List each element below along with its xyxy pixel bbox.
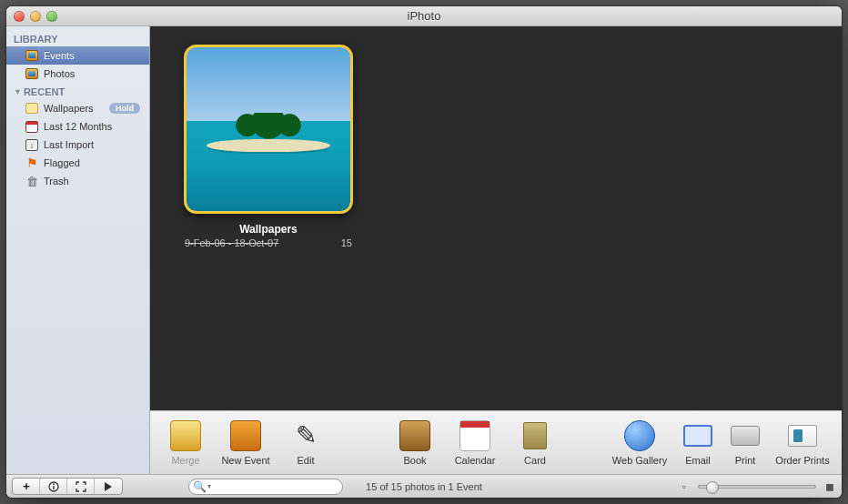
content-area: Wallpapers 9-Feb-06 - 18-Oct-07 15 Merge — [150, 26, 842, 474]
trash-icon: 🗑 — [25, 174, 39, 188]
sidebar-header-label: LIBRARY — [14, 34, 57, 45]
event-title[interactable]: Wallpapers — [177, 223, 359, 236]
calendar-icon — [459, 420, 490, 451]
event-cell[interactable]: Wallpapers 9-Feb-06 - 18-Oct-07 15 — [177, 45, 359, 248]
sidebar-item-last-import[interactable]: Last Import — [6, 136, 149, 154]
flag-icon: ⚑ — [25, 156, 39, 170]
sidebar-item-label: Last 12 Months — [44, 121, 112, 132]
toolbar-label: Order Prints — [775, 455, 829, 466]
card-icon — [520, 420, 550, 451]
events-grid[interactable]: Wallpapers 9-Feb-06 - 18-Oct-07 15 — [150, 26, 842, 410]
new-event-button[interactable]: New Event — [219, 420, 272, 466]
sidebar-header-library: LIBRARY — [6, 30, 149, 46]
print-icon — [730, 420, 761, 451]
svg-rect-1 — [53, 486, 54, 489]
disclosure-triangle-icon[interactable]: ▼ — [14, 87, 22, 96]
sidebar-item-label: Flagged — [44, 157, 80, 168]
email-icon — [682, 420, 713, 451]
email-button[interactable]: Email — [678, 420, 718, 466]
bottom-segmented-control: ＋ — [12, 478, 123, 495]
book-icon — [399, 420, 430, 451]
body-split: LIBRARY Events Photos ▼ RECENT Wallpaper… — [6, 26, 842, 474]
sidebar-item-label: Photos — [44, 68, 75, 79]
toolbar-label: Email — [685, 455, 711, 466]
globe-icon — [624, 420, 655, 451]
photos-icon — [25, 66, 39, 81]
thumbnail-size-slider[interactable] — [698, 485, 816, 489]
sidebar-item-flagged[interactable]: ⚑ Flagged — [6, 154, 149, 172]
status-text: 15 of 15 photos in 1 Event — [366, 481, 482, 492]
search-menu-chevron-icon[interactable]: ▾ — [206, 480, 213, 493]
event-thumbnail-frame[interactable] — [184, 45, 353, 214]
toolbar-label: Card — [524, 455, 546, 466]
merge-button[interactable]: Merge — [159, 420, 212, 466]
sidebar-header-label: RECENT — [24, 86, 65, 97]
search-icon: 🔍 — [193, 480, 206, 493]
sidebar-item-label: Trash — [44, 176, 69, 186]
toolbar-label: Web Gallery — [612, 455, 667, 466]
sidebar-item-trash[interactable]: 🗑 Trash — [6, 172, 149, 190]
print-button[interactable]: Print — [725, 420, 765, 466]
search-field[interactable]: 🔍 ▾ — [188, 479, 343, 495]
order-prints-icon — [787, 420, 818, 451]
statusbar: ＋ 🔍 ▾ 15 of 15 photos in 1 Event ▫ ◼ — [6, 474, 842, 498]
toolbar-label: New Event — [221, 455, 269, 466]
toolbar-label: Calendar — [455, 455, 496, 466]
edit-icon: ✎ — [290, 420, 321, 451]
order-prints-button[interactable]: Order Prints — [772, 420, 833, 466]
events-icon — [25, 48, 39, 63]
hold-badge: Hold — [109, 103, 140, 114]
toolbar-label: Edit — [298, 455, 315, 466]
titlebar: iPhoto — [6, 6, 842, 26]
window-title: iPhoto — [6, 9, 842, 23]
sidebar-item-label: Wallpapers — [44, 103, 94, 114]
play-button[interactable] — [95, 479, 122, 494]
event-meta: 9-Feb-06 - 18-Oct-07 15 — [177, 236, 359, 248]
book-button[interactable]: Book — [389, 420, 441, 466]
info-button[interactable] — [40, 479, 67, 494]
import-icon — [25, 137, 39, 152]
app-window: iPhoto LIBRARY Events Photos ▼ RECENT Wa… — [6, 6, 842, 498]
sidebar-header-recent[interactable]: ▼ RECENT — [6, 83, 149, 99]
svg-point-2 — [53, 483, 55, 485]
new-event-icon — [230, 420, 261, 451]
event-photo-count: 15 — [341, 237, 352, 248]
fullscreen-button[interactable] — [67, 479, 95, 494]
merge-icon — [170, 420, 201, 451]
thumbnail-small-icon: ▫ — [678, 480, 691, 493]
web-gallery-button[interactable]: Web Gallery — [609, 420, 671, 466]
toolbar-label: Merge — [171, 455, 199, 466]
calendar-icon — [25, 119, 39, 134]
add-button[interactable]: ＋ — [13, 479, 40, 494]
toolbar: Merge New Event ✎ Edit Book — [150, 410, 842, 474]
edit-button[interactable]: ✎ Edit — [279, 420, 332, 466]
thumbnail-large-icon: ◼ — [823, 480, 836, 493]
sidebar-item-events[interactable]: Events — [6, 46, 149, 65]
album-icon — [25, 101, 39, 116]
card-button[interactable]: Card — [509, 420, 561, 466]
sidebar-item-last-12-months[interactable]: Last 12 Months — [6, 117, 149, 136]
search-input[interactable] — [213, 481, 338, 492]
sidebar-item-label: Last Import — [44, 139, 94, 150]
event-thumbnail — [187, 47, 350, 211]
sidebar-item-label: Events — [44, 50, 75, 61]
sidebar-item-photos[interactable]: Photos — [6, 65, 149, 83]
event-date-range: 9-Feb-06 - 18-Oct-07 — [185, 237, 278, 248]
sidebar-item-wallpapers[interactable]: Wallpapers Hold — [6, 99, 149, 117]
toolbar-label: Print — [735, 455, 756, 466]
toolbar-label: Book — [403, 455, 426, 466]
sidebar: LIBRARY Events Photos ▼ RECENT Wallpaper… — [6, 26, 150, 474]
calendar-button[interactable]: Calendar — [449, 420, 501, 466]
